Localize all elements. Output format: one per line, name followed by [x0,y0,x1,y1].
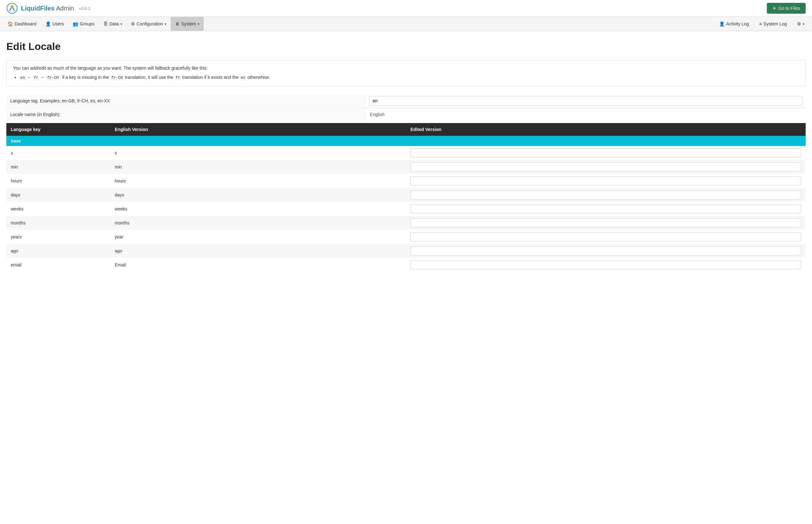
code-en: en [19,75,26,80]
cell-key: days [6,188,110,202]
locale-table: Language key English Version Edited Vers… [6,123,806,272]
language-tag-input[interactable] [369,96,802,105]
nav-item-activity-log[interactable]: 👤 Activity Log [715,17,753,31]
edit-input[interactable] [411,148,801,158]
nav-item-dashboard[interactable]: 🏠 Dashboard [3,17,41,31]
cell-key: s [6,146,110,160]
edit-input[interactable] [411,218,801,227]
data-icon: 🗄 [103,21,108,27]
code-fr-ch-2: fr-CH [110,75,124,80]
nav-label-users: Users [52,21,64,27]
cell-english: months [110,216,406,230]
nav-item-configuration[interactable]: ⚙ Configuration ▾ [127,17,171,31]
cell-key: hours [6,174,110,188]
cell-edited [406,160,806,174]
data-dropdown-icon: ▾ [120,22,122,26]
table-row: weeksweeks [6,202,806,216]
edit-input[interactable] [411,232,801,241]
table-row: emailEmail [6,258,806,272]
page-content: Edit Locale You can add/edit as much of … [0,31,812,281]
info-bullet: en ← fr ← fr-CH: if a key is missing in … [19,74,799,81]
edit-input[interactable] [411,204,801,213]
edit-input[interactable] [411,246,801,255]
cell-english: s [110,146,406,160]
cell-english: min [110,160,406,174]
edit-input[interactable] [411,177,801,185]
nav-label-dashboard: Dashboard [15,21,36,27]
configuration-dropdown-icon: ▾ [165,22,166,26]
table-row: minmin [6,160,806,174]
settings-dropdown-icon: ▾ [803,22,805,26]
locale-name-label: Locale name (in English): [6,109,366,120]
table-row: yearsyear [6,230,806,244]
edit-input[interactable] [411,191,801,199]
nav-item-system[interactable]: 🖥 System ▾ [171,17,204,31]
edit-input[interactable] [411,163,801,171]
nav-label-groups: Groups [80,21,95,27]
cell-edited [406,230,806,244]
cell-key: min [6,160,110,174]
cell-edited [406,244,806,258]
cell-english: weeks [110,202,406,216]
locale-name-row: Locale name (in English): English [6,108,806,121]
edit-input[interactable] [411,260,801,269]
cell-english: Email [110,258,406,272]
table-row: ss [6,146,806,160]
logo-label: LiquidFiles Admin [21,5,74,12]
version-badge: v3.6.1 [79,6,90,11]
cell-edited [406,202,806,216]
table-row: hourshours [6,174,806,188]
go-to-files-label: Go to Files [778,6,800,11]
col-header-language-key: Language key [6,123,110,136]
cell-english: year [110,230,406,244]
table-header-row: Language key English Version Edited Vers… [6,123,806,136]
system-dropdown-icon: ▾ [198,22,199,26]
code-fr-2: fr [175,75,181,80]
page-title: Edit Locale [6,41,806,52]
activity-log-icon: 👤 [719,21,725,27]
logo-admin: Admin [55,5,74,12]
top-header: LiquidFiles Admin v3.6.1 ✈ Go to Files [0,0,812,17]
info-box: You can add/edit as much of the language… [6,60,806,86]
code-en-2: en [240,75,246,80]
nav-item-system-log[interactable]: ≡ System Log [755,17,791,31]
col-header-english-version: English Version [110,123,406,136]
svg-point-1 [11,5,14,8]
send-icon: ✈ [773,6,776,11]
users-icon: 👤 [46,21,51,27]
cell-key: weeks [6,202,110,216]
category-row: base [6,136,806,146]
language-tag-label: Language tag. Examples: en-GB, fr-CH, es… [6,95,366,107]
col-header-edited-version: Edited Version [406,123,806,136]
nav-label-configuration: Configuration [137,21,163,27]
nav-label-system: System [181,21,196,27]
logo-liquid: LiquidFiles [21,5,55,12]
cell-key: months [6,216,110,230]
cell-key: years [6,230,110,244]
table-row: monthsmonths [6,216,806,230]
nav-label-system-log: System Log [763,21,787,27]
nav-label-activity-log: Activity Log [726,21,749,27]
nav-label-data: Data [110,21,119,27]
go-to-files-button[interactable]: ✈ Go to Files [767,3,806,14]
system-log-icon: ≡ [759,21,762,27]
main-nav: 🏠 Dashboard 👤 Users 👥 Groups 🗄 Data ▾ ⚙ … [0,17,812,31]
code-fr-ch: fr-CH [46,75,60,80]
cell-key: email [6,258,110,272]
cell-edited [406,146,806,160]
logo-area: LiquidFiles Admin v3.6.1 [6,2,90,14]
nav-item-groups[interactable]: 👥 Groups [68,17,99,31]
info-text: You can add/edit as much of the language… [13,65,799,70]
nav-item-settings[interactable]: ⚙ ▾ [793,17,809,31]
nav-right: 👤 Activity Log ≡ System Log ⚙ ▾ [715,17,809,31]
locale-name-value: English [366,109,806,120]
nav-item-data[interactable]: 🗄 Data ▾ [99,17,127,31]
cell-english: hours [110,174,406,188]
cell-edited [406,174,806,188]
cell-edited [406,258,806,272]
table-row: agoago [6,244,806,258]
cell-english: ago [110,244,406,258]
svg-point-0 [7,3,17,13]
nav-item-users[interactable]: 👤 Users [41,17,69,31]
category-label: base [6,136,806,146]
